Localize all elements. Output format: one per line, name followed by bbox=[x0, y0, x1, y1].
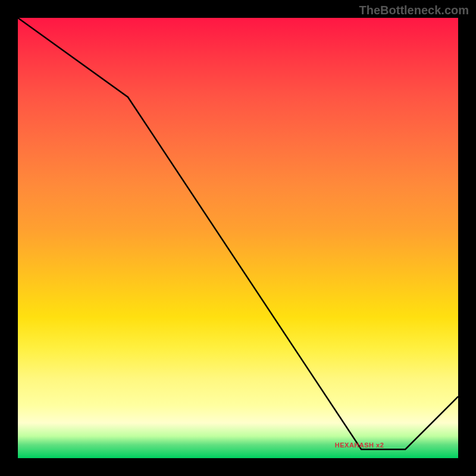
series-line bbox=[18, 18, 458, 449]
watermark-text: TheBottleneck.com bbox=[359, 4, 469, 17]
chart-plot-area: HEXAHASH x2 bbox=[18, 18, 458, 458]
series-annotation: HEXAHASH x2 bbox=[335, 441, 384, 449]
chart-line-svg bbox=[18, 18, 458, 458]
